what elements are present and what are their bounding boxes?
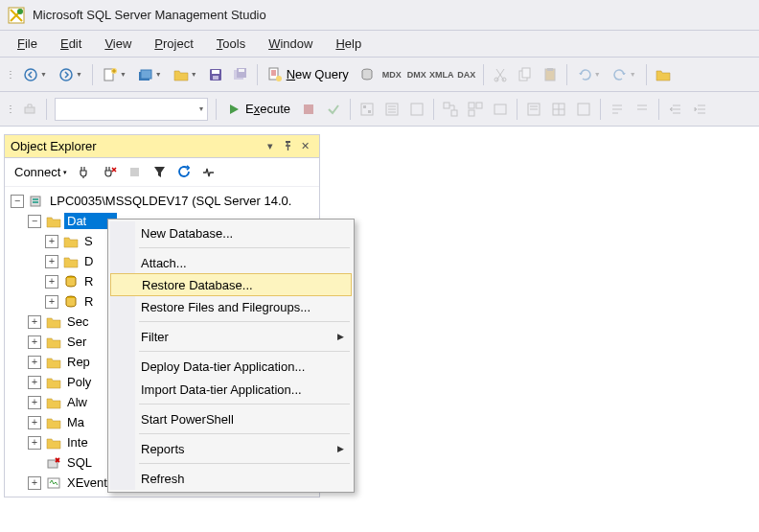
connect-button[interactable]: Connect▾ [11, 163, 71, 181]
panel-close-icon[interactable]: ✕ [296, 138, 313, 155]
expander-icon[interactable]: + [28, 376, 41, 389]
intellisense-button[interactable] [404, 97, 429, 122]
display-plan-button[interactable] [355, 97, 380, 122]
svg-rect-32 [469, 103, 474, 108]
expander-icon[interactable]: + [28, 315, 41, 329]
forward-button[interactable]: ▼ [53, 62, 88, 87]
new-item-button[interactable]: ▼ [97, 62, 132, 87]
tree-server-node[interactable]: − LPC0035\MSSQLDEV17 (SQL Server 14.0. [7, 191, 317, 211]
expander-icon[interactable]: + [45, 235, 58, 248]
svg-rect-31 [451, 110, 457, 116]
undo-button[interactable]: ▼ [571, 62, 607, 87]
save-button[interactable] [203, 62, 228, 87]
disconnect-icon[interactable] [98, 161, 121, 184]
stop-button[interactable] [296, 97, 321, 122]
toolbar-grip-icon: ⋮ [6, 69, 15, 80]
stop-icon[interactable] [123, 161, 146, 184]
menu-new-database[interactable]: New Database... [110, 221, 352, 244]
comment-button[interactable] [605, 97, 630, 122]
results-grid-button[interactable] [546, 97, 571, 122]
menu-refresh[interactable]: Refresh [110, 467, 352, 490]
activity-monitor-icon[interactable] [197, 161, 220, 184]
redo-button[interactable]: ▼ [607, 62, 642, 87]
tree-label: Ser [64, 334, 89, 350]
open-file-button[interactable]: ▼ [168, 62, 203, 87]
menu-reports[interactable]: Reports▶ [110, 437, 352, 460]
include-plan-button[interactable] [438, 97, 463, 122]
expander-icon[interactable]: − [11, 195, 24, 208]
menu-restore-database[interactable]: Restore Database... [110, 273, 352, 296]
include-stats-button[interactable] [463, 97, 488, 122]
refresh-icon[interactable] [172, 161, 196, 184]
database-engine-query-icon[interactable] [355, 62, 380, 87]
tree-label: LPC0035\MSSQLDEV17 (SQL Server 14.0. [47, 193, 294, 209]
svg-rect-30 [444, 103, 449, 108]
menu-edit[interactable]: Edit [49, 33, 93, 55]
connect-icon[interactable] [73, 161, 96, 184]
query-options-button[interactable] [380, 97, 404, 122]
xmla-query-icon[interactable]: XMLA [429, 62, 454, 87]
uncomment-button[interactable] [630, 97, 655, 122]
svg-rect-38 [578, 104, 589, 115]
results-file-button[interactable] [571, 97, 596, 122]
dax-query-icon[interactable]: DAX [454, 62, 479, 87]
database-combo[interactable]: ▾ [55, 98, 208, 121]
cut-button[interactable] [488, 62, 513, 87]
menu-help[interactable]: Help [324, 33, 373, 55]
svg-point-17 [494, 78, 498, 81]
change-connection-button[interactable] [17, 97, 42, 122]
svg-rect-10 [213, 76, 218, 80]
menu-tools[interactable]: Tools [205, 33, 257, 55]
menu-deploy-datatier[interactable]: Deploy Data-tier Application... [110, 355, 352, 378]
dmx-query-icon[interactable]: DMX [404, 62, 429, 87]
folder-icon [46, 355, 61, 370]
menu-file[interactable]: File [6, 33, 49, 55]
expander-icon[interactable]: + [28, 356, 41, 369]
expander-icon[interactable]: + [45, 255, 58, 268]
indent-button[interactable] [663, 97, 688, 122]
object-explorer-toolbar: Connect▾ [5, 158, 319, 187]
menu-view[interactable]: View [93, 33, 143, 55]
properties-button[interactable] [651, 62, 676, 87]
mdx-query-icon[interactable]: MDX [380, 62, 404, 87]
expander-icon[interactable]: + [28, 476, 41, 490]
expander-icon[interactable]: − [28, 215, 41, 228]
expander-icon[interactable]: + [28, 436, 41, 450]
copy-button[interactable] [513, 62, 538, 87]
execute-button[interactable]: Execute [220, 97, 296, 122]
expander-icon[interactable]: + [28, 416, 41, 429]
tree-label: Poly [64, 374, 94, 390]
expander-icon[interactable]: + [45, 295, 58, 309]
outdent-button[interactable] [688, 97, 713, 122]
tree-label: SQL [64, 454, 95, 471]
results-text-button[interactable] [521, 97, 546, 122]
filter-icon[interactable] [148, 161, 171, 184]
svg-rect-42 [33, 198, 38, 200]
menu-restore-files[interactable]: Restore Files and Filegroups... [110, 295, 352, 318]
expander-icon[interactable]: + [28, 335, 41, 349]
menu-project[interactable]: Project [143, 33, 204, 55]
panel-dropdown-icon[interactable]: ▾ [262, 138, 279, 155]
back-button[interactable]: ▼ [17, 62, 53, 87]
submenu-arrow-icon: ▶ [337, 444, 344, 453]
parse-button[interactable] [321, 97, 346, 122]
menu-window[interactable]: Window [257, 33, 324, 55]
menu-start-powershell[interactable]: Start PowerShell [110, 407, 352, 430]
save-all-button[interactable] [228, 62, 253, 87]
folder-icon [46, 395, 61, 410]
menu-filter[interactable]: Filter▶ [110, 325, 352, 348]
svg-rect-43 [33, 201, 38, 203]
new-project-button[interactable]: ▼ [132, 62, 168, 87]
menu-import-datatier[interactable]: Import Data-tier Application... [110, 378, 352, 401]
paste-button[interactable] [538, 62, 563, 87]
menu-attach[interactable]: Attach... [110, 251, 352, 274]
include-client-stats-button[interactable] [488, 97, 513, 122]
svg-rect-35 [494, 104, 506, 114]
expander-icon[interactable]: + [45, 275, 58, 289]
toolbar-sql: ⋮ ▾ Execute [0, 92, 759, 127]
panel-pin-icon[interactable] [279, 138, 296, 155]
expander-icon[interactable]: + [28, 396, 41, 409]
svg-rect-24 [304, 104, 313, 114]
svg-point-18 [502, 78, 506, 81]
new-query-button[interactable]: New Query [262, 62, 355, 87]
